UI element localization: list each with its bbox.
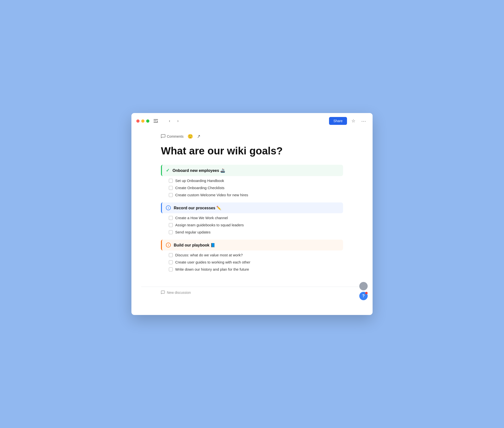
comments-label: Comments — [167, 134, 184, 138]
titlebar-left: ‹ › — [136, 117, 181, 124]
checkbox-9[interactable] — [169, 267, 173, 271]
star-button[interactable]: ☆ — [349, 117, 357, 125]
minimize-dot[interactable] — [141, 119, 144, 123]
share-button[interactable]: Share — [329, 117, 347, 125]
new-discussion-icon — [161, 290, 165, 295]
nav-controls: ‹ › — [166, 117, 181, 124]
list-item: Create custom Welcome Video for new hire… — [168, 191, 343, 198]
trending-button[interactable]: ↗ — [197, 134, 201, 139]
checkbox-8[interactable] — [169, 260, 173, 264]
list-item: Create a How We Work channel — [168, 214, 343, 221]
list-item: Write down our history and plan for the … — [168, 266, 343, 273]
onboard-checklist: Set up Onboarding Handbook Create Onboar… — [168, 177, 343, 198]
checklist-label: Set up Onboarding Handbook — [175, 179, 224, 183]
sidebar-toggle-button[interactable] — [152, 117, 159, 124]
list-item: Assign team guidebooks to squad leaders — [168, 221, 343, 229]
svg-rect-1 — [154, 121, 157, 121]
user-avatar — [359, 282, 368, 290]
list-item: Set up Onboarding Handbook — [168, 177, 343, 184]
forward-button[interactable]: › — [174, 117, 181, 124]
checklist-label: Assign team guidebooks to squad leaders — [175, 223, 244, 227]
section-record-header[interactable]: i Record our processes ✏️ — [161, 202, 343, 213]
checkbox-6[interactable] — [169, 230, 173, 234]
svg-rect-2 — [154, 122, 158, 123]
checkbox-3[interactable] — [169, 193, 173, 197]
checkbox-2[interactable] — [169, 186, 173, 190]
section-playbook-label: Build our playbook 📘 — [174, 243, 215, 247]
list-item: Send regular updates — [168, 229, 343, 236]
page-title: What are our wiki goals? — [161, 145, 343, 157]
list-item: Create Onboarding Checklists — [168, 184, 343, 191]
help-button[interactable]: ? — [359, 292, 368, 300]
checklist-label: Create Onboarding Checklists — [175, 186, 224, 190]
more-button[interactable]: ··· — [360, 117, 368, 125]
new-discussion-label: New discussion — [167, 291, 191, 295]
playbook-checklist: Discuss: what do we value most at work? … — [168, 251, 343, 273]
comment-icon — [161, 134, 165, 139]
emoji-button[interactable]: 🙂 — [188, 134, 193, 139]
checklist-label: Send regular updates — [175, 230, 210, 234]
record-checklist: Create a How We Work channel Assign team… — [168, 214, 343, 236]
close-dot[interactable] — [136, 119, 140, 123]
maximize-dot[interactable] — [146, 119, 149, 123]
checkbox-1[interactable] — [169, 179, 173, 183]
checklist-label: Discuss: what do we value most at work? — [175, 253, 243, 257]
info-icon-blue: i — [166, 205, 171, 210]
section-onboard: ✓ Onboard new employees 🚢 Set up Onboard… — [161, 165, 343, 198]
footer[interactable]: New discussion — [131, 287, 373, 298]
back-button[interactable]: ‹ — [166, 117, 173, 124]
list-item: Create user guides to working with each … — [168, 259, 343, 266]
section-record-label: Record our processes ✏️ — [174, 206, 221, 210]
checkbox-5[interactable] — [169, 223, 173, 227]
checklist-label: Create user guides to working with each … — [175, 260, 250, 264]
section-playbook: i Build our playbook 📘 Discuss: what do … — [161, 240, 343, 273]
checklist-label: Create custom Welcome Video for new hire… — [175, 193, 248, 197]
list-item: Discuss: what do we value most at work? — [168, 251, 343, 259]
help-bubble: ? — [359, 282, 368, 300]
trending-icon: ↗ — [196, 133, 201, 139]
checkbox-7[interactable] — [169, 253, 173, 257]
section-playbook-header[interactable]: i Build our playbook 📘 — [161, 240, 343, 250]
toolbar-row: Comments 🙂 ↗ — [161, 134, 343, 139]
svg-marker-3 — [157, 120, 158, 122]
checkbox-4[interactable] — [169, 216, 173, 220]
section-onboard-header[interactable]: ✓ Onboard new employees 🚢 — [161, 165, 343, 176]
section-onboard-label: Onboard new employees 🚢 — [173, 168, 225, 173]
check-icon: ✓ — [166, 168, 170, 173]
checklist-label: Write down our history and plan for the … — [175, 267, 249, 271]
comments-button[interactable]: Comments — [161, 134, 184, 139]
section-record: i Record our processes ✏️ Create a How W… — [161, 202, 343, 236]
svg-rect-0 — [154, 119, 158, 120]
info-icon-orange: i — [166, 243, 171, 247]
titlebar: ‹ › Share ☆ ··· — [131, 113, 373, 129]
checklist-label: Create a How We Work channel — [175, 216, 228, 220]
window-controls — [136, 119, 149, 123]
emoji-icon: 🙂 — [188, 134, 193, 139]
notification-dot — [365, 292, 368, 294]
titlebar-right: Share ☆ ··· — [329, 117, 368, 125]
app-window: ‹ › Share ☆ ··· Comments 🙂 — [131, 113, 373, 315]
page-content: Comments 🙂 ↗ What are our wiki goals? ✓ … — [131, 129, 373, 287]
